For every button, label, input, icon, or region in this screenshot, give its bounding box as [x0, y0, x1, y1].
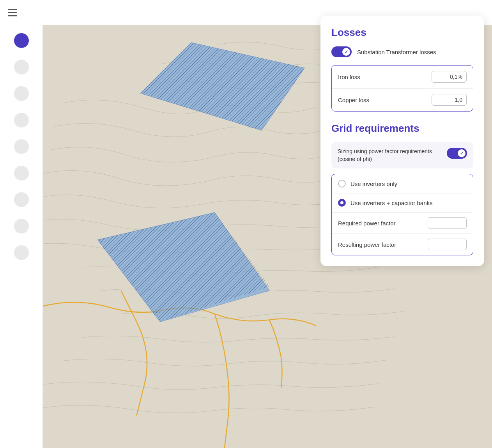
sidebar-item-8[interactable] [14, 219, 29, 234]
iron-loss-row: Iron loss [332, 66, 473, 89]
right-panel: Losses Substation Transformer losses Iro… [320, 16, 484, 266]
grid-requirements-title: Grid requirements [331, 122, 473, 135]
sidebar-item-9[interactable] [14, 245, 29, 260]
substation-toggle-row: Substation Transformer losses [331, 46, 473, 57]
inverters-capacitors-radio[interactable] [338, 199, 346, 207]
resulting-pf-label: Resulting power factor [338, 241, 396, 248]
losses-title: Losses [331, 27, 473, 39]
substation-toggle-label: Substation Transformer losses [357, 49, 436, 55]
iron-loss-input[interactable] [432, 71, 467, 83]
sizing-toggle[interactable] [447, 148, 467, 159]
required-pf-row: Required power factor [332, 212, 473, 234]
sizing-label: Sizing using power factor requirements (… [338, 148, 441, 163]
toggle-track-2 [447, 148, 467, 159]
copper-loss-input[interactable] [432, 94, 467, 106]
required-pf-input[interactable] [428, 217, 467, 229]
loss-fields-box: Iron loss Copper loss [331, 65, 473, 112]
resulting-pf-input[interactable] [428, 239, 467, 250]
inverters-only-row[interactable]: Use inverters only [332, 174, 473, 193]
inverters-capacitors-row[interactable]: Use inverters + capacitor banks [332, 193, 473, 212]
sizing-toggle-row: Sizing using power factor requirements (… [331, 142, 473, 168]
toggle-thumb [342, 48, 350, 56]
inverters-only-label: Use inverters only [350, 181, 397, 187]
substation-transformer-toggle[interactable] [331, 46, 352, 57]
required-pf-label: Required power factor [338, 220, 396, 227]
sidebar [0, 25, 43, 448]
copper-loss-row: Copper loss [332, 89, 473, 111]
sidebar-item-2[interactable] [14, 60, 29, 74]
resulting-pf-row: Resulting power factor [332, 234, 473, 255]
inverters-capacitors-label: Use inverters + capacitor banks [350, 200, 433, 206]
sidebar-item-7[interactable] [14, 192, 29, 207]
toggle-thumb-2 [458, 149, 465, 157]
toggle-track [331, 46, 352, 57]
inverters-only-radio[interactable] [338, 180, 346, 188]
sidebar-item-4[interactable] [14, 113, 29, 127]
sidebar-item-3[interactable] [14, 86, 29, 101]
sidebar-item-1[interactable] [14, 33, 29, 48]
copper-loss-label: Copper loss [338, 97, 369, 103]
menu-button[interactable] [8, 9, 17, 16]
sidebar-item-5[interactable] [14, 139, 29, 154]
sidebar-item-6[interactable] [14, 166, 29, 181]
grid-options-box: Use inverters only Use inverters + capac… [331, 174, 473, 255]
iron-loss-label: Iron loss [338, 74, 360, 80]
